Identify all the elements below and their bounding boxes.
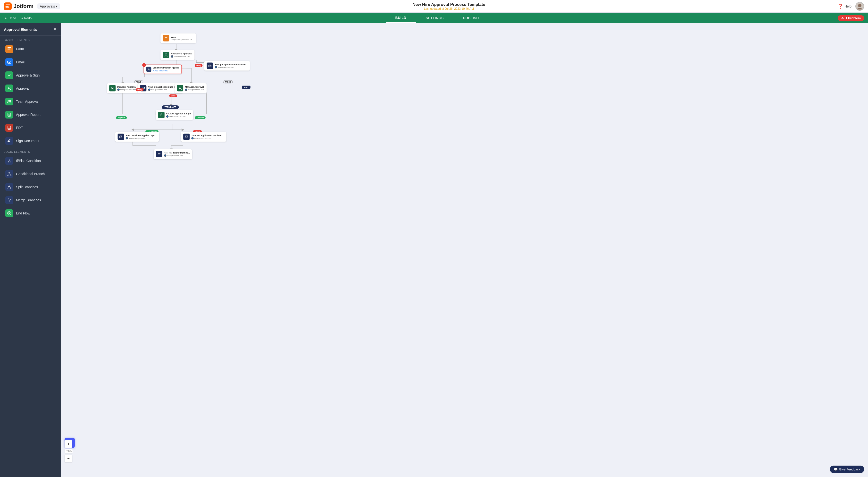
nav-tabs: BUILD SETTINGS PUBLISH [36,13,838,23]
team-approval-icon [5,98,13,106]
help-button[interactable]: ❓ Help [838,4,851,9]
chevron-down-icon: ▾ [56,4,58,8]
cond-branch-icon [5,170,13,178]
basic-elements-label: BASIC ELEMENTS [0,36,61,42]
page-title: New Hire Approval Process Template [64,2,834,7]
recruiters-approval-icon [163,52,169,58]
svg-point-14 [10,175,11,176]
approval-icon [5,85,13,92]
topbar: Jotform Approvals ▾ New Hire Approval Pr… [0,0,868,12]
email-avatar-icon: 👤 [171,55,173,58]
manager-left-info: Manager Approval 👤 mail@example.com [117,86,136,91]
email-reject-right-info: Your job application has been... 👤 mail@… [191,134,224,139]
sidebar-item-ifelse[interactable]: If/Else Condition [1,154,59,167]
plus-icon: + [153,69,154,72]
recruiters-approval-email: 👤 mail@example.com [171,55,192,58]
sidebar-item-pdf[interactable]: PDF PDF [1,121,59,134]
condition-title: Condition: Position Applied [153,66,179,69]
email-approve-left-node[interactable]: Your Position Applied app... 👤 mail@exam… [115,132,159,142]
sidebar-title: Approval Elements [4,27,37,32]
feedback-button[interactable]: 💬 Give Feedback [830,466,864,473]
form-title-title: Recruitment Re... [173,152,190,154]
svg-point-13 [7,175,8,176]
manager-right-email: 👤 mail@example.com [185,88,204,91]
svg-rect-48 [119,136,122,138]
sidebar-close-button[interactable]: ✕ [53,27,57,32]
manager-right-icon [177,85,183,91]
svg-point-7 [8,100,9,102]
toolbar: ↩ Undo ↪ Redo BUILD SETTINGS PUBLISH ⚠ 1… [0,12,868,23]
sidebar-item-merge-branches[interactable]: Merge Branches [1,194,59,206]
canvas[interactable]: Form Simple Job Application Fo... Recrui… [61,23,868,477]
sidebar-item-conditional-branch[interactable]: Conditional Branch [1,168,59,180]
email-reject-right-node[interactable]: Your job application has been... 👤 mail@… [181,132,226,142]
tab-build[interactable]: BUILD [386,13,416,23]
sidebar: Approval Elements ✕ BASIC ELEMENTS Form … [0,23,61,477]
redo-button[interactable]: ↪ Redo [19,15,33,21]
manager-right-avatar: 👤 [185,88,187,91]
sidebar-item-pdf-label: PDF [16,126,23,130]
sidebar-item-approval-report-label: Approval Report [16,113,40,117]
form-node-title: Form [171,36,194,38]
add-conditions-button[interactable]: + Add conditions [153,69,168,72]
recruiters-approval-node[interactable]: Recruiter's Approval 👤 mail@example.com [160,50,194,60]
sidebar-item-end-flow-label: End Flow [16,211,30,215]
svg-point-12 [9,172,10,173]
sidebar-header: Approval Elements ✕ [0,23,61,36]
sidebar-item-approve-sign[interactable]: Approve & Sign [1,69,59,82]
deny-label-3: Deny [169,94,177,97]
email-deny-right-node[interactable]: Your job application has been... 👤 mail@… [205,61,250,71]
c-level-node[interactable]: C Level Approve & Sign 👤 mail@example.co… [156,110,193,120]
main-layout: Approval Elements ✕ BASIC ELEMENTS Form … [0,23,868,477]
c-level-icon [158,112,164,118]
end-flow-icon [5,209,13,217]
sidebar-item-approval[interactable]: Approval [1,82,59,95]
sidebar-item-team-approval[interactable]: Team Approval [1,95,59,108]
email-reject-right-email: 👤 mail@example.com [191,137,224,140]
sidebar-item-split-branches[interactable]: Split Branches [1,181,59,193]
sidebar-item-sign-document[interactable]: Sign Document [1,135,59,147]
sidebar-item-team-approval-label: Team Approval [16,99,39,103]
sidebar-item-approval-report[interactable]: Approval Report [1,108,59,121]
page-title-area: New Hire Approval Process Template Last … [64,2,834,10]
email-deny-right-icon [207,62,213,69]
sidebar-item-merge-branches-label: Merge Branches [16,198,41,202]
manager-approval-right-node[interactable]: Manager Approval 👤 mail@example.com [175,83,207,93]
condition-inner: Condition: Position Applied + Add condit… [146,66,179,72]
help-label: Help [844,4,851,8]
condition-info: Condition: Position Applied + Add condit… [153,66,179,72]
page-subtitle: Last updated at Jul 26, 2023 10:46 AM [64,7,834,10]
form-node[interactable]: Form Simple Job Application Fo... [160,33,196,43]
approvals-button[interactable]: Approvals ▾ [37,3,60,9]
form-icon [5,45,13,53]
tab-settings[interactable]: SETTINGS [416,13,454,23]
problem-badge[interactable]: ⚠ 1 Problem [838,15,864,21]
tab-publish[interactable]: PUBLISH [454,13,489,23]
email-reject-right-avatar: 👤 [191,137,194,140]
svg-point-1 [858,4,862,7]
c-level-info: C Level Approve & Sign 👤 mail@example.co… [166,113,191,118]
ifelse-icon [5,157,13,165]
manager-approval-left-node[interactable]: Manager Approval 👤 mail@example.com [107,83,139,93]
sidebar-item-ifelse-label: If/Else Condition [16,159,41,163]
zoom-in-button[interactable]: + [65,440,72,448]
svg-rect-4 [7,50,10,50]
sign-doc-icon [5,137,13,145]
sidebar-item-form[interactable]: Form [1,43,59,55]
canvas-inner: Form Simple Job Application Fo... Recrui… [61,23,329,258]
svg-rect-42 [164,39,167,39]
condition-position-node[interactable]: 1 Condition: Position Applied + Add cond… [144,65,182,74]
sidebar-item-email[interactable]: Email [1,56,59,68]
email-approve-left-icon [118,133,124,140]
approve-label-2: Approve [116,116,127,119]
undo-button[interactable]: ↩ Undo [3,15,18,21]
svg-rect-50 [158,153,160,153]
form-node-icon [163,35,169,41]
sidebar-item-approve-sign-label: Approve & Sign [16,73,39,77]
sidebar-item-end-flow[interactable]: End Flow [1,207,59,219]
avatar[interactable] [856,2,864,11]
form-title-node[interactable]: Form Title Recruitment Re... 👤 mail@exam… [154,149,192,159]
sidebar-item-approval-label: Approval [16,86,29,90]
svg-rect-41 [164,38,166,38]
zoom-out-button[interactable]: − [65,455,72,463]
